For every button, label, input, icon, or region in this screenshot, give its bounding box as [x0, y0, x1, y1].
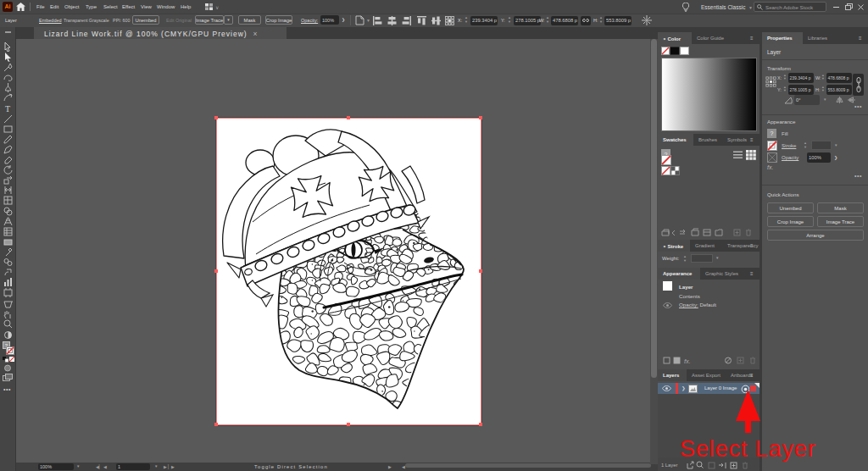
- svg-text:T: T: [5, 104, 10, 114]
- svg-text:fx.: fx.: [684, 357, 691, 365]
